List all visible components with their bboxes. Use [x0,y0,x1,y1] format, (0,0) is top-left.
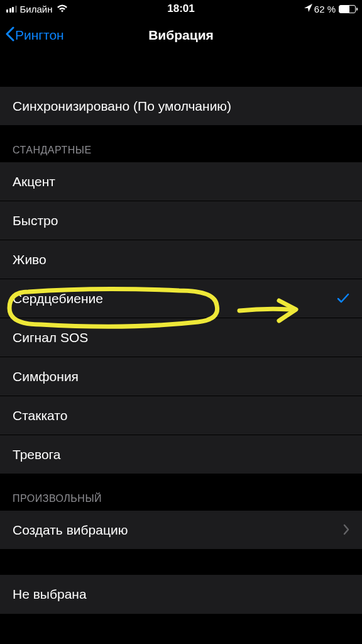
none-label: Не выбрана [13,587,87,602]
checkmark-icon [337,290,349,308]
sync-cell[interactable]: Синхронизировано (По умолчанию) [0,87,362,126]
battery-percent: 62 % [314,4,336,14]
status-right: 62 % [304,4,356,14]
section-header-custom: Произвольный [0,474,362,511]
none-cell[interactable]: Не выбрана [0,575,362,614]
back-button[interactable]: Рингтон [5,25,64,46]
option-label: Сердцебиение [13,291,103,306]
option-label: Акцент [13,174,55,189]
status-bar: Билайн 18:01 62 % [0,0,362,18]
vibration-option-accent[interactable]: Акцент [0,162,362,201]
back-label: Рингтон [15,28,64,43]
vibration-option-quick[interactable]: Быстро [0,201,362,240]
option-label: Сигнал SOS [13,330,88,345]
status-left: Билайн [6,4,68,14]
wifi-icon [57,4,68,14]
create-vibration-cell[interactable]: Создать вибрацию [0,511,362,550]
battery-icon [339,5,356,13]
option-label: Быстро [13,213,58,228]
create-label: Создать вибрацию [13,523,128,538]
vibration-option-heartbeat[interactable]: Сердцебиение [0,279,362,318]
chevron-right-icon [343,521,349,539]
page-title: Вибрация [148,28,214,43]
section-header-standard: Стандартные [0,126,362,162]
clock-time: 18:01 [167,3,194,15]
option-label: Стаккато [13,408,67,423]
vibration-option-symphony[interactable]: Симфония [0,357,362,396]
sync-label: Синхронизировано (По умолчанию) [13,99,231,114]
option-label: Тревога [13,447,60,462]
nav-bar: Рингтон Вибрация [0,18,362,53]
vibration-option-lively[interactable]: Живо [0,240,362,279]
option-label: Симфония [13,369,79,384]
chevron-left-icon [5,25,15,46]
spacer [0,550,362,575]
location-icon [304,4,312,14]
carrier-label: Билайн [20,4,53,14]
vibration-option-alarm[interactable]: Тревога [0,435,362,474]
vibration-option-staccato[interactable]: Стаккато [0,396,362,435]
spacer [0,53,362,87]
option-label: Живо [13,252,47,267]
cell-signal-icon [6,6,17,13]
vibration-option-sos[interactable]: Сигнал SOS [0,318,362,357]
